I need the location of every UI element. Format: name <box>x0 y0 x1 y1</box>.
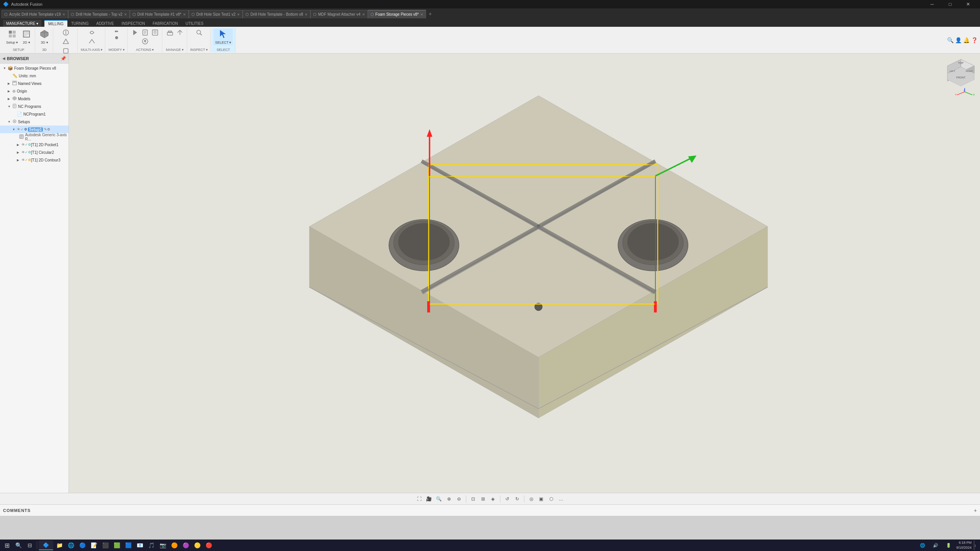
ribbon-tab-utilities[interactable]: UTILITIES <box>182 20 207 27</box>
taskbar-app-terminal[interactable]: ⬛ <box>100 540 111 550</box>
tab-close-icon[interactable]: ✕ <box>305 13 308 16</box>
tree-item-named-views[interactable]: ▶ Named Views <box>0 80 69 87</box>
tab-close-icon[interactable]: ✕ <box>420 13 423 16</box>
tray-show-desktop[interactable]: | <box>974 540 976 550</box>
new-tab-btn[interactable]: + <box>426 10 434 18</box>
multi-btn1[interactable] <box>87 29 96 37</box>
setup1-eye-icon[interactable]: 👁 <box>17 127 20 131</box>
sheet-btn[interactable] <box>150 29 160 37</box>
tab-close-icon[interactable]: ✕ <box>362 13 365 16</box>
ribbon-tab-milling[interactable]: MILLING <box>44 20 67 27</box>
task-view-btn[interactable]: ⊟ <box>24 540 35 550</box>
bt-select-mode[interactable]: ⛶ <box>415 495 423 503</box>
tree-item-root[interactable]: ▼ 📦 Foam Storage Pieces v8 <box>0 64 69 72</box>
pocket1-eye[interactable]: 👁 <box>21 143 25 147</box>
bt-camera[interactable]: 🎥 <box>425 495 433 503</box>
bt-snap[interactable]: ⬡ <box>547 495 555 503</box>
bt-zoom-in[interactable]: ⊕ <box>445 495 453 503</box>
tab-foam[interactable]: ⬡ Foam Storage Pieces v8* ✕ <box>368 10 426 18</box>
notification-btn[interactable]: 🔔 <box>963 37 970 43</box>
bt-display-mode[interactable]: ⊡ <box>469 495 477 503</box>
setup-btn[interactable]: Setup ▾ <box>5 29 20 45</box>
viewcube[interactable]: TOP LEFT RIGHT FRONT x y z <box>946 57 976 88</box>
drill-btn1[interactable] <box>61 29 70 37</box>
modify-btn2[interactable]: ⊕ <box>114 35 119 41</box>
ribbon-tab-turning[interactable]: TURNING <box>67 20 93 27</box>
search-taskbar-btn[interactable]: 🔍 <box>13 540 24 550</box>
tab-acrylic[interactable]: ⬡ Acrylic Drill Hole Template v19 ✕ <box>2 10 68 18</box>
tree-item-models[interactable]: ▶ Models <box>0 95 69 103</box>
drill-btn2[interactable] <box>61 38 70 47</box>
close-btn[interactable]: ✕ <box>959 0 977 8</box>
browser-pin-btn[interactable]: 📌 <box>60 56 66 61</box>
tree-item-generic3axis[interactable]: Autodesk Generic 3-axis R... <box>0 133 69 141</box>
bt-shaded[interactable]: ◈ <box>489 495 497 503</box>
viewport[interactable]: TOP LEFT RIGHT FRONT x y z <box>69 54 980 493</box>
taskbar-app-purple[interactable]: 🟣 <box>180 540 191 550</box>
tab-top[interactable]: ⬡ Drill Hole Template - Top v2 ✕ <box>68 10 130 18</box>
tab-drillsize[interactable]: ⬡ Drill Hole Size Test1 v2 ✕ <box>189 10 243 18</box>
setup1-edit-icon[interactable]: ✎ <box>44 127 47 131</box>
comments-expand-btn[interactable]: + <box>974 507 977 514</box>
post-btn[interactable] <box>140 29 150 37</box>
bt-zoom-fit[interactable]: 🔍 <box>435 495 443 503</box>
contour3-eye[interactable]: 👁 <box>21 158 25 162</box>
maximize-btn[interactable]: □ <box>941 0 959 8</box>
tab-close-icon[interactable]: ✕ <box>237 13 240 16</box>
tree-item-pocket1[interactable]: ▶ 👁 ✓ ⚙ [T1] 2D Pocket1 <box>0 141 69 148</box>
tab-mdf[interactable]: ⬡ MDF Magnet Attacher v4 ✕ <box>310 10 368 18</box>
tray-network[interactable]: 🌐 <box>917 540 928 550</box>
ribbon-tab-additive[interactable]: ADDITIVE <box>92 20 118 27</box>
bt-zoom-out[interactable]: ⊖ <box>455 495 463 503</box>
browser-expand-icon[interactable]: ◀ <box>2 56 5 60</box>
minimize-btn[interactable]: ─ <box>923 0 941 8</box>
simulate-btn[interactable] <box>131 29 140 37</box>
taskbar-app-mail[interactable]: 📧 <box>134 540 145 550</box>
taskbar-app-red[interactable]: 🔴 <box>203 540 214 550</box>
tree-item-units[interactable]: 📏 Units: mm <box>0 72 69 80</box>
bt-analysis[interactable]: ◎ <box>527 495 536 503</box>
bt-redo-view[interactable]: ↻ <box>513 495 521 503</box>
tray-battery[interactable]: 🔋 <box>943 540 954 550</box>
taskbar-app-ps[interactable]: 🟦 <box>123 540 134 550</box>
taskbar-app-chrome[interactable]: 🌐 <box>65 540 76 550</box>
manage-btn2[interactable] <box>175 29 185 37</box>
tree-item-contour3[interactable]: ▶ 👁 ✓ ⚙ [T1] 2D Contour3 <box>0 156 69 164</box>
3d-model-view[interactable] <box>69 54 980 493</box>
bt-undo-view[interactable]: ↺ <box>503 495 511 503</box>
taskbar-app-explorer[interactable]: 📁 <box>54 540 65 550</box>
tab-close-icon[interactable]: ✕ <box>124 13 127 16</box>
multi-btn2[interactable] <box>87 37 96 46</box>
start-btn[interactable]: ⊞ <box>2 540 12 550</box>
tab-drill1[interactable]: ⬡ Drill Hole Template #1 v8* ✕ <box>130 10 189 18</box>
tray-sound[interactable]: 🔊 <box>930 540 941 550</box>
tree-item-setup1[interactable]: ▼ 👁 ✓ ⚙ Setup1 ✎ ⚙ <box>0 126 69 133</box>
tab-close-icon[interactable]: ✕ <box>183 13 186 16</box>
tree-item-circular2[interactable]: ▶ 👁 ✓ ⚙ [T1] Circular2 <box>0 148 69 156</box>
bt-wireframe[interactable]: ⊞ <box>479 495 487 503</box>
taskbar-app-yellow[interactable]: 🟡 <box>192 540 203 550</box>
search-ribbon-btn[interactable]: 🔍 <box>947 37 954 43</box>
taskbar-app-vscode[interactable]: 📝 <box>88 540 99 550</box>
manage-btn1[interactable] <box>165 29 175 37</box>
tree-item-origin[interactable]: ▶ ⊕ Origin <box>0 87 69 95</box>
circular2-eye[interactable]: 👁 <box>21 150 25 154</box>
taskbar-app-music[interactable]: 🎵 <box>146 540 157 550</box>
taskbar-app-camera[interactable]: 📷 <box>157 540 168 550</box>
taskbar-app-orange[interactable]: 🟠 <box>169 540 180 550</box>
tab-bottom[interactable]: ⬡ Drill Hole Template - Bottom v8 ✕ <box>243 10 310 18</box>
tree-item-setups[interactable]: ▼ Setups <box>0 118 69 126</box>
inspect-btn1[interactable] <box>194 29 204 37</box>
bt-grid[interactable]: ▣ <box>537 495 546 503</box>
select-btn[interactable]: SELECT ▾ <box>214 29 233 45</box>
ribbon-tab-fabrication[interactable]: FABRICATION <box>149 20 182 27</box>
ribbon-tab-inspection[interactable]: INSPECTION <box>118 20 149 27</box>
2d-btn[interactable]: 2D ▾ <box>20 29 33 45</box>
expand-root[interactable]: ▼ <box>3 67 8 70</box>
tab-close-icon[interactable]: ✕ <box>62 13 65 16</box>
setup1-settings-icon[interactable]: ⚙ <box>47 127 50 131</box>
taskbar-app-edge[interactable]: 🔵 <box>77 540 88 550</box>
actions-extra1[interactable] <box>140 37 150 46</box>
tree-item-ncprogram1[interactable]: 📄 NCProgram1 <box>0 110 69 118</box>
manufacture-dropdown[interactable]: MANUFACTURE ▾ <box>3 20 41 27</box>
